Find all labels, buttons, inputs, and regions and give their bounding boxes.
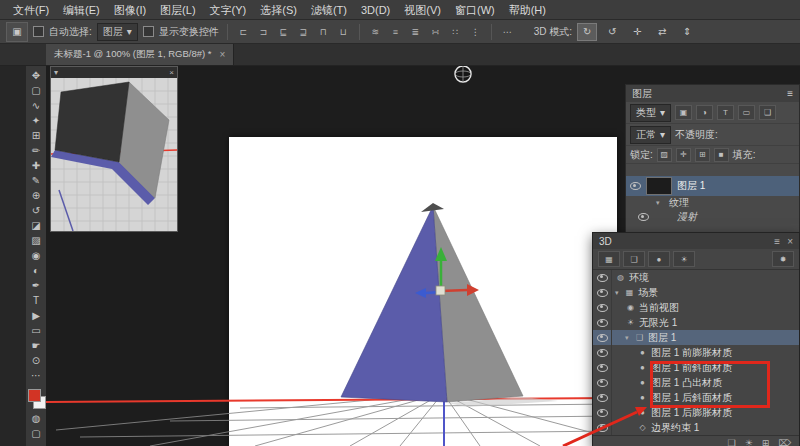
screen-mode-icon[interactable]: ▢ (27, 426, 45, 441)
close-icon[interactable]: × (787, 236, 793, 247)
new-light-icon[interactable]: ☀ (745, 438, 753, 446)
gradient-tool-icon[interactable]: ▨ (27, 233, 45, 248)
align-top-icon[interactable]: ⊒ (296, 25, 311, 39)
lock-transparency-icon[interactable]: ▨ (657, 148, 672, 162)
visibility-toggle[interactable] (593, 300, 612, 315)
clone-stamp-tool-icon[interactable]: ⊕ (27, 188, 45, 203)
expander-icon[interactable]: ▾ (615, 289, 624, 297)
menu-item-type[interactable]: 文字(Y) (203, 0, 254, 20)
visibility-toggle[interactable] (593, 330, 612, 345)
visibility-toggle[interactable] (593, 360, 612, 375)
3d-row-infinite-light[interactable]: ☀ 无限光 1 (593, 315, 799, 330)
filter-shape-icon[interactable]: ▭ (738, 105, 755, 120)
lock-pixels-icon[interactable]: ✛ (676, 148, 691, 162)
gizmo-center-handle[interactable] (436, 286, 445, 295)
pen-tool-icon[interactable]: ✒ (27, 278, 45, 293)
hand-tool-icon[interactable]: ☛ (27, 338, 45, 353)
distribute-center-icon[interactable]: ∷ (448, 25, 463, 39)
filter-adjustment-icon[interactable]: ◑ (696, 105, 713, 120)
distribute-top-icon[interactable]: ≋ (368, 25, 383, 39)
layer-row-selected[interactable]: 图层 1 (626, 176, 799, 196)
layer-thumbnail[interactable] (646, 177, 672, 195)
blur-tool-icon[interactable]: ◉ (27, 248, 45, 263)
close-icon[interactable]: × (169, 67, 174, 78)
align-bottom-icon[interactable]: ⊔ (336, 25, 351, 39)
filter-type-dropdown[interactable]: 类型 ▾ (630, 104, 671, 122)
zoom-tool-icon[interactable]: ⊙ (27, 353, 45, 368)
secondary-view[interactable]: ▾ × (50, 66, 178, 232)
light-bulb-icon[interactable]: ✸ (772, 251, 794, 267)
visibility-toggle[interactable] (593, 285, 612, 300)
distribute-right-icon[interactable]: ⋮ (468, 25, 483, 39)
align-middle-icon[interactable]: ⊓ (316, 25, 331, 39)
expander-icon[interactable]: ▾ (625, 334, 634, 342)
distribute-bottom-icon[interactable]: ≣ (408, 25, 423, 39)
filter-pixel-icon[interactable]: ▣ (675, 105, 692, 120)
filter-type-icon[interactable]: T (717, 105, 734, 120)
eraser-tool-icon[interactable]: ◪ (27, 218, 45, 233)
foreground-color-swatch[interactable] (28, 389, 41, 402)
menu-item-filter[interactable]: 滤镜(T) (304, 0, 354, 20)
delete-icon[interactable]: ⌦ (778, 438, 791, 446)
3d-pan-mode-icon[interactable]: ✛ (627, 23, 647, 41)
chevron-down-icon[interactable]: ▾ (54, 67, 58, 78)
more-options-icon[interactable]: ⋯ (500, 25, 515, 39)
mesh-face-left[interactable] (341, 206, 447, 402)
move-tool-icon[interactable]: ✥ (27, 68, 45, 83)
3d-roll-mode-icon[interactable]: ↺ (602, 23, 622, 41)
3d-orbit-mode-icon[interactable]: ↻ (577, 23, 597, 41)
menu-item-image[interactable]: 图像(I) (107, 0, 153, 20)
close-icon[interactable]: × (219, 49, 225, 60)
diffuse-texture-row[interactable]: 漫射 (626, 210, 799, 224)
auto-select-checkbox[interactable] (33, 26, 44, 37)
expander-icon[interactable]: ▾ (656, 199, 665, 207)
marquee-tool-icon[interactable]: ▢ (27, 83, 45, 98)
healing-tool-icon[interactable]: ✚ (27, 158, 45, 173)
eye-icon[interactable] (630, 182, 641, 190)
filter-smart-object-icon[interactable]: ❏ (759, 105, 776, 120)
3d-row-scene[interactable]: ▾ ▦ 场景 (593, 285, 799, 300)
auto-select-target-dropdown[interactable]: 图层 ▾ (97, 23, 138, 41)
distribute-middle-icon[interactable]: ≡ (388, 25, 403, 39)
eye-icon[interactable] (638, 213, 649, 221)
layer-name[interactable]: 图层 1 (677, 179, 705, 193)
duplicate-icon[interactable]: ⊞ (762, 438, 770, 446)
visibility-toggle[interactable] (593, 315, 612, 330)
texture-group-row[interactable]: ▾ 纹理 (626, 196, 799, 210)
filter-scene-icon[interactable]: ▦ (598, 251, 620, 267)
lock-position-icon[interactable]: ⊞ (695, 148, 710, 162)
panel-menu-icon[interactable]: ≡ (787, 88, 793, 99)
menu-item-help[interactable]: 帮助(H) (502, 0, 553, 20)
mesh-face-right[interactable] (433, 206, 523, 402)
menu-item-layer[interactable]: 图层(L) (153, 0, 202, 20)
blend-mode-dropdown[interactable]: 正常 ▾ (630, 126, 671, 144)
visibility-toggle[interactable] (593, 375, 612, 390)
align-right-icon[interactable]: ⊑ (276, 25, 291, 39)
quick-select-tool-icon[interactable]: ✦ (27, 113, 45, 128)
tool-preset-icon[interactable]: ▣ (6, 22, 28, 42)
filter-meshes-icon[interactable]: ❑ (623, 251, 645, 267)
layers-panel-title[interactable]: 图层 (632, 87, 652, 101)
3d-row-environment[interactable]: ◍ 环境 (593, 270, 799, 285)
filter-materials-icon[interactable]: ● (648, 251, 670, 267)
3d-slide-mode-icon[interactable]: ⇄ (652, 23, 672, 41)
show-transform-checkbox[interactable] (143, 26, 154, 37)
new-item-icon[interactable]: ❑ (728, 438, 736, 446)
eyedropper-tool-icon[interactable]: ✏ (27, 143, 45, 158)
menu-item-edit[interactable]: 编辑(E) (56, 0, 107, 20)
align-left-icon[interactable]: ⊏ (236, 25, 251, 39)
menu-item-view[interactable]: 视图(V) (397, 0, 448, 20)
dodge-tool-icon[interactable]: ◐ (27, 263, 45, 278)
visibility-toggle[interactable] (593, 345, 612, 360)
menu-item-file[interactable]: 文件(F) (6, 0, 56, 20)
crop-tool-icon[interactable]: ⊞ (27, 128, 45, 143)
edit-toolbar-icon[interactable]: ⋯ (27, 368, 45, 383)
3d-panel-title[interactable]: 3D (599, 236, 612, 247)
type-tool-icon[interactable]: T (27, 293, 45, 308)
visibility-toggle[interactable] (593, 270, 612, 285)
filter-lights-icon[interactable]: ☀ (673, 251, 695, 267)
path-select-tool-icon[interactable]: ▶ (27, 308, 45, 323)
lasso-tool-icon[interactable]: ∿ (27, 98, 45, 113)
lock-all-icon[interactable]: ■ (714, 148, 729, 162)
history-brush-tool-icon[interactable]: ↺ (27, 203, 45, 218)
